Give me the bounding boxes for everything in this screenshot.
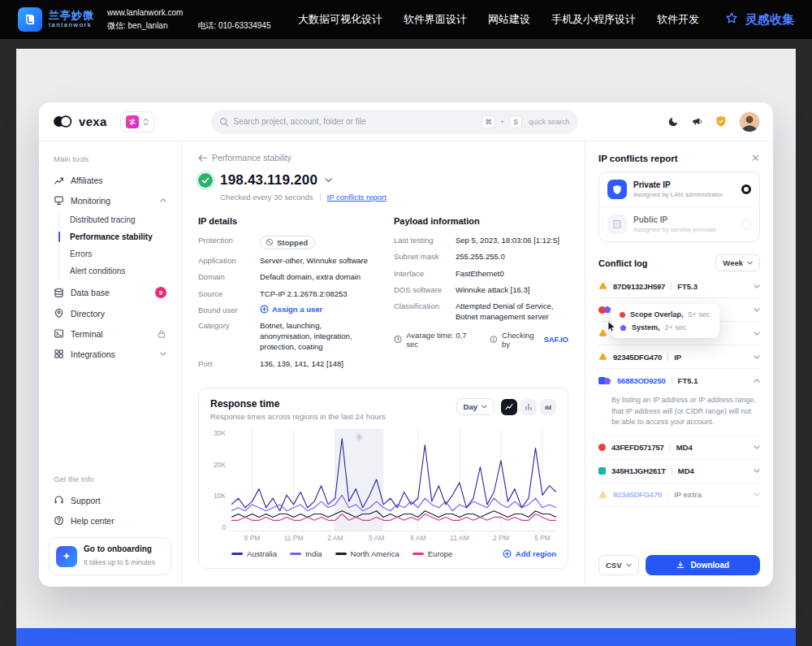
csv-select[interactable]: CSV <box>598 555 639 575</box>
divider <box>671 282 672 290</box>
bar-chart-icon <box>525 403 533 410</box>
stopped-icon <box>266 238 274 246</box>
sidebar-item-errors[interactable]: Errors <box>59 245 171 262</box>
cmd-keycap: ⌘ <box>482 115 495 128</box>
chevron-down-icon[interactable] <box>325 178 332 183</box>
search-input[interactable] <box>234 117 477 126</box>
user-avatar[interactable] <box>739 111 760 132</box>
sidebar-item-database[interactable]: Data base 9 <box>49 282 171 303</box>
conflict-icons <box>598 306 611 314</box>
detail-label: Source <box>198 288 260 298</box>
conflict-id: 43FEFD571757 <box>611 443 664 452</box>
nav-software-development[interactable]: 软件开发 <box>657 12 699 27</box>
range-select-value: Day <box>464 402 477 411</box>
sidebar-item-distributed-tracing[interactable]: Distributed tracing <box>59 211 171 228</box>
workspace-icon <box>126 115 139 128</box>
vexa-logo-icon <box>52 115 73 128</box>
system-pentagon-icon <box>620 324 627 332</box>
nav-website-building[interactable]: 网站建设 <box>488 12 530 27</box>
directory-icon <box>54 308 64 319</box>
onboarding-icon <box>56 546 77 567</box>
chart-type-line-button[interactable] <box>501 399 517 415</box>
conflict-row[interactable]: 345H1JGH261T MD4 <box>598 460 760 483</box>
monitoring-icon <box>54 195 64 206</box>
conflict-row[interactable]: 43FEFD571757 MD4 <box>598 436 760 460</box>
conflict-id-link[interactable]: 56883OD9250 <box>617 376 666 385</box>
chart-title: Response time <box>210 398 385 410</box>
detail-label: Bound user <box>198 305 260 314</box>
close-icon[interactable]: ✕ <box>751 153 760 163</box>
detail-label: Classification <box>394 301 456 310</box>
chart-type-area-button[interactable] <box>540 399 556 415</box>
affiliates-icon <box>54 175 64 185</box>
announcements-button[interactable] <box>691 115 703 128</box>
onboarding-card[interactable]: Go to onboarding It takes up to 5 minute… <box>49 537 171 575</box>
monitoring-sublist: Distributed tracing Performance stabilit… <box>58 211 171 280</box>
sidebar-item-label: Terminal <box>71 329 150 339</box>
conflict-row-expanded[interactable]: 56883OD9250 FT5.1 <box>598 369 760 392</box>
divider <box>667 353 668 361</box>
sidebar-item-label: Help center <box>71 516 166 526</box>
dark-mode-toggle[interactable] <box>667 116 679 128</box>
download-button[interactable]: Download <box>646 555 760 575</box>
vexa-logo[interactable]: vexa <box>52 115 107 128</box>
detail-label: Last testing <box>394 235 456 245</box>
sidebar-item-performance-stability[interactable]: Performance stability <box>59 228 171 245</box>
status-badge: Stopped <box>260 236 315 249</box>
conflict-row-muted[interactable]: 92345DFG470 IP extra <box>598 483 760 507</box>
divider <box>670 444 671 452</box>
system-pentagon-icon <box>603 306 611 314</box>
info-circle-icon <box>490 335 498 344</box>
workspace-switcher[interactable] <box>120 111 154 132</box>
global-search[interactable]: ⌘ + S quick search <box>211 110 578 134</box>
radio-private-ip-selected[interactable] <box>741 184 751 194</box>
chevron-down-icon[interactable] <box>754 284 760 288</box>
sidebar-item-directory[interactable]: Directory <box>49 303 171 323</box>
chevron-up-icon[interactable] <box>754 379 760 383</box>
sidebar-item-label: Affiliates <box>71 176 166 185</box>
conflict-row[interactable]: 92345DFG470 IP <box>598 345 760 369</box>
chevron-down-icon[interactable] <box>754 469 760 473</box>
lanlan-logo[interactable]: 兰亭妙微 lanlanwork <box>18 7 94 32</box>
ip-conflicts-report-link[interactable]: IP conflicts report <box>327 193 387 202</box>
add-region-link[interactable]: Add region <box>503 549 556 558</box>
megaphone-icon <box>691 115 703 128</box>
search-icon <box>219 117 229 127</box>
chevron-down-icon[interactable] <box>754 355 760 359</box>
breadcrumb[interactable]: Performance stability <box>198 153 568 163</box>
security-button[interactable] <box>715 115 727 128</box>
sidebar-item-integrations[interactable]: Integrations <box>49 344 171 364</box>
conflict-id-link[interactable]: 92345DFG470 <box>613 490 662 499</box>
ip-address-title: 198.43.119.200 <box>220 172 317 189</box>
sidebar-item-terminal[interactable]: Terminal <box>49 323 171 344</box>
chart-type-bar-button[interactable] <box>520 399 537 415</box>
sidebar-item-help-center[interactable]: Help center <box>49 510 171 531</box>
chevron-down-icon[interactable] <box>754 492 760 496</box>
sidebar-item-monitoring[interactable]: Monitoring <box>49 190 171 210</box>
nav-mobile-miniprogram-design[interactable]: 手机及小程序设计 <box>551 12 636 27</box>
sidebar-item-affiliates[interactable]: Affiliates <box>49 170 171 190</box>
detail-value: TCP-IP 2.1.2678.2:08253 <box>260 288 373 299</box>
inspiration-collect-button[interactable]: 灵感收集 <box>723 11 794 28</box>
error-dot-icon <box>598 444 606 451</box>
brand-name-cn: 兰亭妙微 <box>49 10 94 21</box>
log-range-select[interactable]: Week <box>715 254 760 271</box>
chevron-down-icon[interactable] <box>754 308 760 312</box>
safio-link[interactable]: SAF.IO <box>543 335 568 344</box>
conflict-icons <box>598 377 611 385</box>
nav-big-data-visualization[interactable]: 大数据可视化设计 <box>298 12 382 27</box>
sidebar-item-alert-conditions[interactable]: Alert conditions <box>59 262 171 280</box>
radio-public-ip-unselected[interactable] <box>741 219 751 229</box>
conflict-row[interactable]: 87D9132JH597 FT5.3 <box>598 275 760 298</box>
chevron-down-icon[interactable] <box>754 332 760 336</box>
option-public-ip[interactable]: Public IP Assigned by service provider <box>599 206 759 241</box>
assign-user-link[interactable]: Assign a user <box>260 305 373 314</box>
range-select[interactable]: Day <box>456 398 495 415</box>
warning-triangle-icon <box>598 329 607 337</box>
sidebar-item-support[interactable]: Support <box>49 490 171 510</box>
chevron-down-icon[interactable] <box>754 445 760 449</box>
option-title: Public IP <box>633 215 735 224</box>
option-title: Private IP <box>633 180 735 189</box>
option-private-ip[interactable]: Private IP Assigned by LAN administrator <box>599 172 759 206</box>
nav-software-ui-design[interactable]: 软件界面设计 <box>404 12 467 27</box>
